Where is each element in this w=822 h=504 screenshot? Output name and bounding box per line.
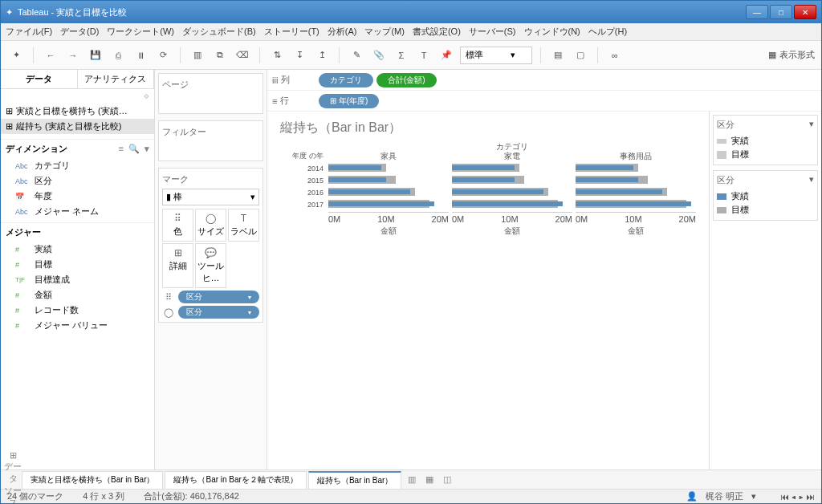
status-user[interactable]: 梶谷 明正 [706,490,743,502]
sort-desc-button[interactable]: ↥ [313,47,331,64]
menu-item[interactable]: マップ(M) [364,26,405,38]
rows-shelf[interactable]: ≡行 ⊞ 年(年度) [267,91,821,112]
mark-type-select[interactable]: ▮ 棒▾ [162,189,259,205]
dropdown-icon[interactable]: ▾ [144,144,149,154]
show-me-button[interactable]: ▦ 表示形式 [768,49,815,61]
bar-row[interactable] [576,186,696,198]
window-close-button[interactable]: ✕ [794,5,816,19]
field-item[interactable]: #実績 [1,242,154,257]
menu-item[interactable]: ヘルプ(H) [588,26,627,38]
shelf-pill[interactable]: カテゴリ [319,73,373,87]
bar-row[interactable] [452,198,572,210]
bar-row[interactable] [452,162,572,174]
sheet-tab[interactable]: 縦持ち（Bar in Barを２軸で表現） [165,471,306,489]
totals-button[interactable]: Σ [393,47,410,64]
undo-button[interactable]: ← [42,47,59,64]
nav-first-icon[interactable]: ⏮ [780,492,789,502]
mark-property-button[interactable]: 💬ツールヒ… [195,243,226,288]
new-dashboard-icon[interactable]: ▦ [421,474,438,485]
bar-row[interactable] [328,186,449,198]
pause-updates-button[interactable]: ⏸ [132,47,149,64]
presentation-button[interactable]: ▢ [572,47,589,64]
new-worksheet-button[interactable]: ▥ [189,47,206,64]
legend-menu-icon[interactable]: ▾ [809,174,814,186]
legend-item[interactable]: 実績 [717,134,814,148]
viz-canvas[interactable]: 縦持ち（Bar in Bar） カテゴリ 年度 の年 2014201520162… [267,112,709,469]
nav-prev-icon[interactable]: ◀ [791,492,796,502]
field-item[interactable]: T|F目標達成 [1,272,154,287]
menu-item[interactable]: データ(D) [60,26,99,38]
highlight-button[interactable]: ✎ [348,47,365,64]
refresh-button[interactable]: ⟳ [154,47,172,64]
mark-property-button[interactable]: Tラベル [228,209,259,242]
window-maximize-button[interactable]: □ [770,5,792,19]
show-cards-button[interactable]: ▤ [549,47,567,64]
menu-item[interactable]: ワークシート(W) [107,26,174,38]
mark-property-button[interactable]: ◯サイズ [195,209,226,242]
menu-item[interactable]: サーバー(S) [469,26,516,38]
bar-row[interactable] [328,198,449,210]
bar-row[interactable] [576,174,696,186]
mark-property-button[interactable]: ⠿色 [162,209,193,242]
bar-row[interactable] [452,186,572,198]
menu-item[interactable]: ダッシュボード(B) [182,26,256,38]
bar-row[interactable] [328,174,449,186]
field-item[interactable]: Abc区分 [1,173,154,189]
menu-item[interactable]: 分析(A) [328,26,357,38]
legend-item[interactable]: 目標 [717,148,814,161]
menu-item[interactable]: ウィンドウ(N) [524,26,580,38]
datasource-item[interactable]: ⊞縦持ち (実績と目標を比較) [1,119,154,134]
group-button[interactable]: 📎 [370,47,388,64]
search-icon[interactable]: 🔍 [128,144,140,154]
share-button[interactable]: ∞ [606,47,624,64]
swap-button[interactable]: ⇅ [268,47,286,64]
tab-data[interactable]: データ [1,70,78,88]
pin-button[interactable]: 📌 [437,47,455,64]
bar-row[interactable] [328,162,449,174]
connect-icon[interactable]: ⟐ [144,91,149,100]
bar-row[interactable] [576,198,696,210]
nav-last-icon[interactable]: ⏭ [806,492,815,502]
color-legend[interactable]: 区分▾ 実績目標 [713,170,818,221]
redo-button[interactable]: → [64,47,82,64]
menu-item[interactable]: ファイル(F) [6,26,52,38]
clear-button[interactable]: ⌫ [234,47,251,64]
duplicate-button[interactable]: ⧉ [211,47,229,64]
user-menu-icon[interactable]: ▾ [751,491,756,502]
legend-menu-icon[interactable]: ▾ [809,119,814,131]
field-item[interactable]: #レコード数 [1,303,154,318]
window-minimize-button[interactable]: — [746,5,768,19]
sheet-tab[interactable]: 縦持ち（Bar in Bar） [308,471,401,489]
field-item[interactable]: Abcメジャー ネーム [1,204,154,219]
viz-title[interactable]: 縦持ち（Bar in Bar） [280,120,696,136]
field-item[interactable]: #目標 [1,257,154,272]
fit-select[interactable]: 標準▾ [460,47,532,64]
shelf-pill[interactable]: ⊞ 年(年度) [319,94,379,108]
save-button[interactable]: 💾 [87,47,104,64]
pages-card[interactable]: ページ [158,73,263,114]
field-item[interactable]: #メジャー バリュー [1,318,154,333]
menu-item[interactable]: ストーリー(T) [264,26,319,38]
text-button[interactable]: T [415,47,433,64]
field-item[interactable]: Abcカテゴリ [1,158,154,173]
legend-item[interactable]: 実績 [717,189,814,203]
nav-next-icon[interactable]: ▶ [799,492,804,502]
bar-row[interactable] [452,174,572,186]
tableau-logo-icon[interactable]: ✦ [7,47,25,64]
menu-item[interactable]: 書式設定(O) [413,26,461,38]
view-toggle-icon[interactable]: ≡ [119,144,124,154]
shelf-pill[interactable]: 合計(金額) [376,73,437,87]
field-item[interactable]: 📅年度 [1,189,154,204]
new-worksheet-icon[interactable]: ▥ [403,474,421,485]
size-legend[interactable]: 区分▾ 実績目標 [713,115,818,165]
field-item[interactable]: #金額 [1,287,154,303]
mark-property-button[interactable]: ⊞詳細 [162,243,193,288]
legend-item[interactable]: 目標 [717,203,814,217]
datasource-item[interactable]: ⊞実績と目標を横持ち (実績… [1,104,154,119]
sheet-tab[interactable]: 実績と目標を横持ち（Bar in Bar） [22,471,163,489]
tab-analytics[interactable]: アナリティクス [78,70,155,88]
mark-pill[interactable]: 区分▾ [178,291,259,303]
bar-row[interactable] [576,162,696,174]
filters-card[interactable]: フィルター [158,120,263,161]
sort-asc-button[interactable]: ↧ [291,47,308,64]
